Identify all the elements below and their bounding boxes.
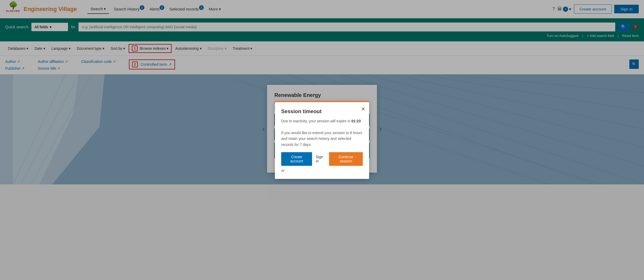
modal-body-line2: If you would like to extend your session… [281,131,362,147]
modal-timer: 01:23 [351,119,361,123]
modal-create-account-button[interactable]: Create account [281,152,312,166]
modal-title: Session timeout [281,108,363,114]
modal-overlay: ✕ Session timeout Due to inactivity, you… [0,0,644,184]
modal-continue-button[interactable]: Continue session [329,152,363,166]
modal-actions: Create account Sign in Continue session [281,152,363,166]
modal-close-button[interactable]: ✕ [361,106,365,112]
modal-body: Due to inactivity, your session will exp… [281,118,363,147]
modal-sign-in-link[interactable]: Sign in [316,155,325,163]
session-timeout-modal: ✕ Session timeout Due to inactivity, you… [275,101,369,179]
modal-body-line1: Due to inactivity, your session will exp… [281,119,350,123]
modal-or: or [281,168,363,173]
